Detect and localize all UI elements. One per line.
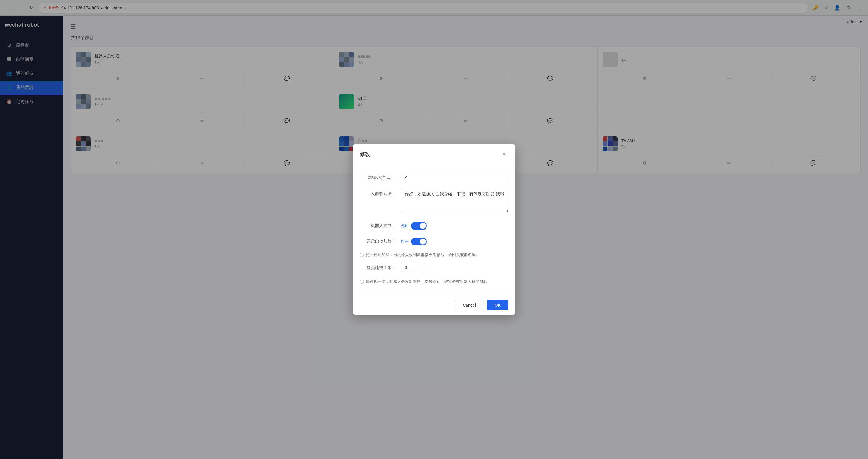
robot-toggle-wrap: 允许 [401, 221, 508, 230]
welcome-label: 入群欢迎语： [360, 189, 396, 196]
robot-control-label: 机器人控制： [360, 221, 396, 228]
group-code-row: 群编码(字母)： [360, 173, 508, 182]
violation-control [401, 263, 508, 272]
auto-join-label: 开启自动加群： [360, 237, 396, 244]
violation-hint: ⓘ 每违规一次，机器人会发出警告，次数达到上限将会被机器人移出群聊 [360, 279, 508, 285]
violation-input[interactable] [401, 263, 425, 272]
modal: 修改 × 群编码(字母)： 入群欢迎语： 你好，欢迎加入!自我介绍一下吧，有问题… [352, 145, 516, 314]
modal-body: 群编码(字母)： 入群欢迎语： 你好，欢迎加入!自我介绍一下吧，有问题可以@ 我… [352, 164, 516, 296]
welcome-row: 入群欢迎语： 你好，欢迎加入!自我介绍一下吧，有问题可以@ 我哦 [360, 189, 508, 214]
violation-row: 群员违规上限： [360, 263, 508, 272]
group-code-control [401, 173, 508, 182]
modal-title: 修改 [360, 151, 370, 158]
auto-join-toggle-text: 打开 [401, 239, 409, 244]
auto-join-toggle-wrap: 打开 [401, 237, 508, 245]
ok-button[interactable]: OK [487, 300, 508, 310]
robot-control-wrap: 允许 [401, 221, 508, 230]
auto-join-row: 开启自动加群： 打开 [360, 237, 508, 245]
modal-overlay: 修改 × 群编码(字母)： 入群欢迎语： 你好，欢迎加入!自我介绍一下吧，有问题… [0, 0, 868, 459]
group-code-input[interactable] [401, 173, 508, 182]
auto-join-hint: ⓘ 打开自动加群，当机器人收到加群指令消息后，会回复该群名称。 [360, 252, 508, 258]
robot-control-toggle[interactable] [411, 222, 427, 230]
welcome-control: 你好，欢迎加入!自我介绍一下吧，有问题可以@ 我哦 [401, 189, 508, 214]
modal-header: 修改 × [352, 145, 516, 164]
cancel-button[interactable]: Cancel [455, 300, 484, 310]
robot-toggle-text: 允许 [401, 223, 409, 228]
modal-footer: Cancel OK [352, 296, 516, 314]
group-code-label: 群编码(字母)： [360, 173, 396, 180]
robot-control-row: 机器人控制： 允许 [360, 221, 508, 230]
violation-hint-icon: ⓘ [360, 279, 364, 285]
hint-icon: ⓘ [360, 252, 364, 258]
auto-join-control: 打开 [401, 237, 508, 245]
auto-join-toggle[interactable] [411, 238, 427, 245]
welcome-textarea[interactable]: 你好，欢迎加入!自我介绍一下吧，有问题可以@ 我哦 [401, 189, 508, 213]
modal-close-button[interactable]: × [500, 150, 508, 158]
violation-label: 群员违规上限： [360, 263, 396, 271]
